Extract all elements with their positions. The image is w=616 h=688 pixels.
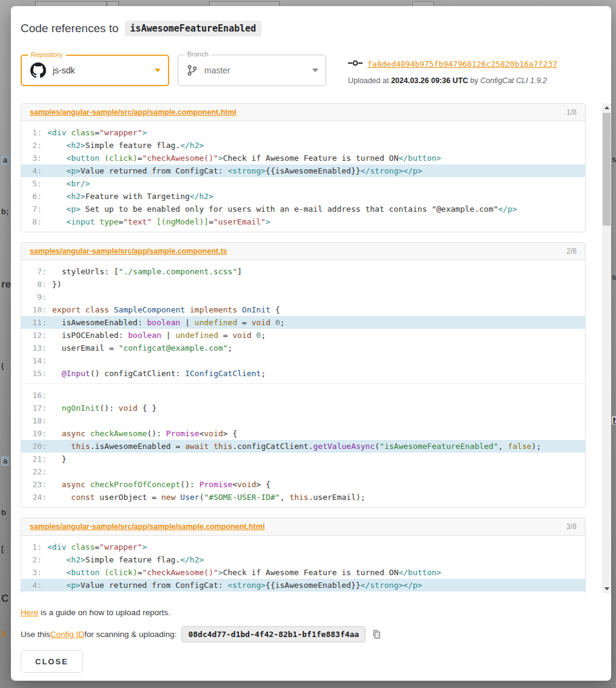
background-text-fragment: s xyxy=(612,155,616,164)
code-chunk: 1:<div class="wrapper">2: <h2>Simple fea… xyxy=(21,121,585,232)
close-button[interactable]: CLOSE xyxy=(21,650,83,673)
line-number: 10: xyxy=(26,303,47,316)
background-text-fragment: b; xyxy=(1,207,8,216)
code-text: <h2>Simple feature flag.</h2> xyxy=(42,553,204,566)
match-count: 3/8 xyxy=(566,522,577,531)
scrollbar[interactable] xyxy=(602,103,611,593)
line-number: 1: xyxy=(26,126,42,139)
code-line: 8:}) xyxy=(21,278,585,291)
code-line: 5: <br/> xyxy=(21,592,585,593)
repository-select[interactable]: Repository js-sdk xyxy=(21,55,169,86)
code-chunk: 1:<div class="wrapper">2: <h2>Simple fea… xyxy=(21,536,585,593)
line-number: 8: xyxy=(26,278,47,291)
uploaded-prefix: Uploaded at xyxy=(348,76,391,85)
code-line: 7: <p> Set up to be enabled only for use… xyxy=(21,203,585,215)
branch-select[interactable]: Branch master xyxy=(178,55,326,86)
line-number: 5: xyxy=(26,592,42,593)
code-text: <br/> xyxy=(42,177,90,190)
code-text xyxy=(47,389,52,402)
background-box xyxy=(209,1,280,6)
file-path-link[interactable]: samples/angular-sample/src/app/sample.co… xyxy=(30,108,236,116)
line-number: 7: xyxy=(26,265,47,278)
code-line: 6: <h2>Feature with Targeting</h2> xyxy=(21,190,585,203)
uploader-name: ConfigCat CLI 1.9.2 xyxy=(480,76,547,85)
background-text-fragment: b xyxy=(1,508,6,517)
code-text: async checkAwesome(): Promise<void> { xyxy=(47,427,237,440)
code-text: isAwesomeEnabled: boolean | undefined = … xyxy=(47,316,285,329)
filters-row: Repository js-sdk Branch master xyxy=(21,55,601,86)
code-text xyxy=(47,465,52,478)
line-number: 23: xyxy=(26,478,47,491)
line-number: 18: xyxy=(26,414,47,427)
git-branch-icon xyxy=(187,65,198,76)
copy-config-id-button[interactable] xyxy=(370,629,382,640)
code-references-scroll-area: samples/angular-sample/src/app/sample.co… xyxy=(21,103,611,593)
line-number: 6: xyxy=(26,190,42,203)
code-reference-panel: samples/angular-sample/src/app/sample/sa… xyxy=(21,518,586,593)
line-number: 22: xyxy=(26,465,47,478)
line-number: 12: xyxy=(26,329,47,342)
panel-header: samples/angular-sample/src/app/sample.co… xyxy=(21,243,585,260)
code-line: 18: xyxy=(21,414,585,427)
config-id-line: Use this Config ID for scanning & upload… xyxy=(21,626,382,642)
code-line: 19: async checkAwesome(): Promise<void> … xyxy=(21,427,585,440)
background-text-fragment: a xyxy=(1,456,9,466)
code-line: 5: <br/> xyxy=(21,177,585,190)
highlighted-code-line: 4: <p>Value returned from ConfigCat: <st… xyxy=(21,579,585,592)
file-path-link[interactable]: samples/angular-sample/src/app/sample.co… xyxy=(30,247,227,255)
background-page-remnant xyxy=(0,0,616,6)
code-text: <div class="wrapper"> xyxy=(42,541,147,553)
code-line: 12: isPOCEnabled: boolean | undefined = … xyxy=(21,329,585,342)
commit-hash-link[interactable]: fa8ded4894b975fb947968126c25820b16a7f237 xyxy=(367,59,557,69)
code-line: 3: <button (click)="checkAwesome()">Chec… xyxy=(21,152,585,164)
line-number: 4: xyxy=(26,579,42,592)
github-icon xyxy=(30,62,46,78)
panel-header: samples/angular-sample/src/app/sample.co… xyxy=(21,104,585,121)
line-number: 7: xyxy=(26,203,42,215)
triangle-up-icon xyxy=(604,106,609,109)
line-number: 3: xyxy=(26,566,42,579)
file-path-link[interactable]: samples/angular-sample/src/app/sample/sa… xyxy=(30,522,265,531)
line-number: 17: xyxy=(26,402,47,414)
code-text xyxy=(47,291,52,303)
line-number: 15: xyxy=(26,367,47,380)
triangle-down-icon xyxy=(604,587,609,590)
dialog-header: Code references to isAwesomeFeatureEnabl… xyxy=(21,21,261,36)
chevron-down-icon xyxy=(312,69,318,72)
code-text: <br/> xyxy=(42,592,90,593)
code-text: <p> Set up to be enabled only for users … xyxy=(42,203,517,215)
line-number: 5: xyxy=(26,177,42,190)
scrollbar-down-button[interactable] xyxy=(602,584,611,593)
guide-here-link[interactable]: Here xyxy=(21,608,38,617)
scrollbar-thumb[interactable] xyxy=(603,113,611,226)
background-text-fragment: ( xyxy=(1,362,4,370)
code-reference-panel: samples/angular-sample/src/app/sample.co… xyxy=(21,103,586,232)
line-number: 1: xyxy=(26,541,42,553)
feature-flag-key-chip: isAwesomeFeatureEnabled xyxy=(125,21,262,36)
background-text-fragment: [ xyxy=(1,545,4,553)
scrollbar-up-button[interactable] xyxy=(602,103,611,112)
config-id-link[interactable]: Config ID xyxy=(50,630,84,639)
code-text: <p>Value returned from ConfigCat: <stron… xyxy=(42,579,422,592)
code-text: <div class="wrapper"> xyxy=(42,126,147,139)
uploaded-timestamp: 2024.03.26 09:36 UTC xyxy=(391,76,468,85)
line-number: 4: xyxy=(26,164,42,177)
panels-list: samples/angular-sample/src/app/sample.co… xyxy=(21,103,586,593)
code-text: export class SampleComponent implements … xyxy=(47,303,280,316)
code-line: 24: const userObject = new User("#SOME-U… xyxy=(21,491,585,504)
code-text: <p>Value returned from ConfigCat: <stron… xyxy=(42,164,422,177)
code-line: 13: userEmail = "configcat@example.com"; xyxy=(21,342,585,354)
code-text: @Input() configCatClient: IConfigCatClie… xyxy=(47,367,266,380)
line-number: 11: xyxy=(26,316,47,329)
chevron-down-icon xyxy=(155,69,161,72)
guide-text: is a guide on how to upload reports. xyxy=(38,608,170,617)
background-text-fragment: re xyxy=(1,280,11,289)
line-number: 16: xyxy=(26,389,47,402)
code-line: 10:export class SampleComponent implemen… xyxy=(21,303,585,316)
branch-label: Branch xyxy=(184,50,212,58)
code-line: 1:<div class="wrapper"> xyxy=(21,541,585,553)
line-number: 3: xyxy=(26,152,42,164)
code-text: ngOnInit(): void { } xyxy=(47,402,156,414)
copy-icon xyxy=(370,629,382,640)
code-line: 16: xyxy=(21,389,585,402)
